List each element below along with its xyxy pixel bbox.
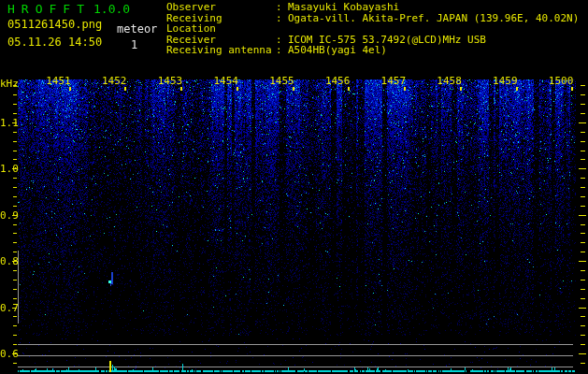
app-version: 1.0.0 (93, 2, 130, 16)
station-value: Masayuki Kobayashi (288, 2, 399, 13)
spectrogram-canvas (0, 0, 588, 374)
freq-tick-label: 0.6 (0, 348, 12, 360)
station-colon: : (276, 2, 288, 13)
observation-mode: meteor (117, 22, 157, 36)
freq-tick-label: 1.1 (0, 117, 12, 129)
time-tick-label: 1451 (43, 75, 71, 87)
time-tick-label: 1457 (378, 75, 406, 87)
app-title: HROFFT (7, 2, 91, 16)
time-tick-label: 1456 (322, 75, 350, 87)
time-tick-label: 1452 (98, 75, 126, 87)
freq-tick-label: 0.9 (0, 209, 12, 222)
station-info-row: Receiving Location:Ogata-vill. Akita-Pre… (166, 13, 579, 35)
station-label: Observer (166, 2, 276, 13)
hrofft-window: HROFFT 1.0.0 0511261450.png meteor 05.11… (0, 0, 588, 374)
station-info-row: Observer:Masayuki Kobayashi (166, 2, 579, 13)
time-tick-label: 1500 (545, 75, 573, 87)
station-value: Ogata-vill. Akita-Pref. JAPAN (139.96E, … (288, 13, 579, 35)
station-value: A504HB(yagi 4el) (288, 45, 387, 56)
station-colon: : (276, 45, 288, 56)
time-tick-label: 1453 (154, 75, 182, 87)
station-info-row: Receiving antenna:A504HB(yagi 4el) (166, 45, 579, 56)
freq-tick-label: 0.8 (0, 255, 12, 267)
channel-number: 1 (131, 38, 137, 51)
station-label: Receiving antenna (166, 45, 276, 56)
observation-datetime: 05.11.26 14:50 (7, 36, 102, 49)
output-filename: 0511261450.png (7, 18, 102, 31)
time-tick-label: 1459 (490, 75, 518, 87)
freq-tick-label: 1.0 (0, 163, 12, 175)
time-tick-label: 1454 (210, 75, 238, 87)
station-label: Receiving Location (166, 13, 276, 35)
time-tick-label: 1458 (434, 75, 462, 87)
station-info-block: Observer:Masayuki KobayashiReceiving Loc… (166, 2, 579, 56)
time-tick-label: 1455 (266, 75, 294, 87)
frequency-unit-label: kHz (0, 78, 19, 90)
freq-tick-label: 0.7 (0, 302, 12, 314)
station-colon: : (276, 13, 288, 35)
